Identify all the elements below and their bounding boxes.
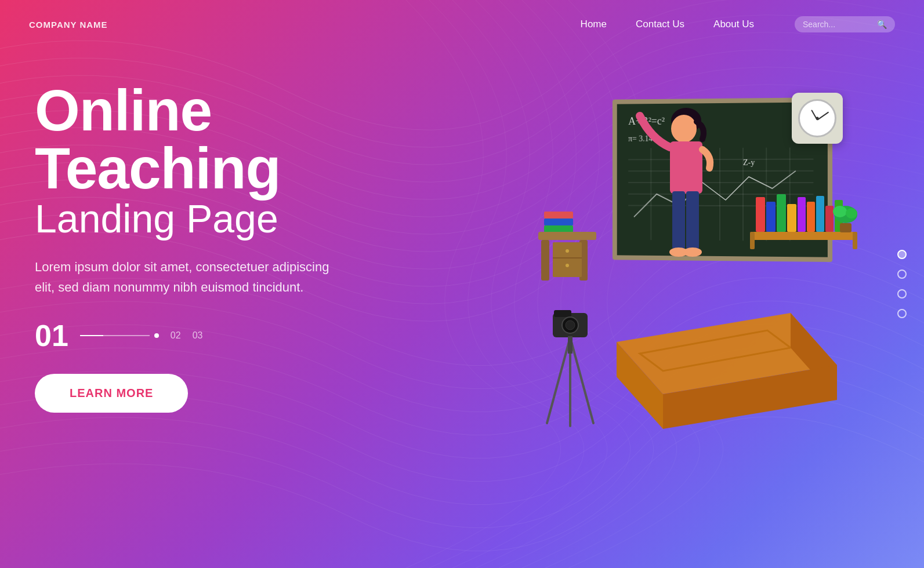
dot-nav-3[interactable] (897, 289, 907, 298)
svg-rect-34 (544, 219, 573, 225)
page-dot (154, 333, 159, 338)
svg-rect-33 (544, 212, 573, 219)
svg-point-14 (671, 115, 697, 143)
svg-point-41 (566, 249, 569, 253)
hero-section: COMPANY NAME Home Contact Us About Us 🔍 … (0, 0, 924, 568)
svg-rect-50 (816, 196, 824, 232)
svg-rect-26 (554, 310, 571, 317)
navbar: COMPANY NAME Home Contact Us About Us 🔍 (0, 0, 924, 49)
svg-rect-36 (538, 232, 596, 240)
camera-tripod (535, 301, 605, 429)
svg-rect-43 (750, 232, 857, 240)
svg-rect-51 (825, 206, 834, 232)
svg-rect-58 (853, 232, 857, 249)
logo: COMPANY NAME (29, 20, 108, 30)
svg-rect-17 (686, 191, 699, 249)
svg-rect-47 (787, 204, 796, 232)
page-02: 02 (171, 330, 181, 341)
learn-more-button[interactable]: LEARN MORE (35, 374, 188, 413)
dot-nav-2[interactable] (897, 270, 907, 279)
search-input[interactable] (803, 20, 872, 29)
pagination-indicator: 01 02 03 (35, 321, 394, 351)
svg-rect-46 (777, 194, 786, 232)
svg-rect-35 (544, 225, 573, 232)
hero-title-main: Online Teaching (35, 81, 394, 197)
hero-title-sub: Landing Page (35, 197, 394, 241)
nav-links: Home Contact Us About Us 🔍 (581, 16, 895, 32)
search-box[interactable]: 🔍 (795, 16, 895, 32)
teacher-figure (634, 104, 738, 301)
svg-rect-37 (541, 240, 549, 281)
svg-line-31 (570, 337, 593, 423)
nav-home[interactable]: Home (581, 19, 607, 30)
svg-rect-53 (840, 223, 851, 232)
page-03: 03 (193, 330, 203, 341)
svg-line-29 (547, 337, 570, 423)
page-current: 01 (35, 321, 68, 351)
svg-point-56 (846, 208, 857, 219)
svg-rect-57 (750, 232, 755, 249)
illustration: A+B²=c² π= 3.14 (425, 46, 889, 522)
clock-face (798, 99, 836, 137)
dots-nav (897, 250, 907, 318)
svg-text:Z-y: Z-y (743, 158, 755, 167)
svg-rect-39 (553, 242, 582, 277)
svg-rect-49 (807, 202, 815, 232)
svg-point-28 (566, 321, 575, 330)
desk (535, 209, 605, 290)
dot-nav-4[interactable] (897, 309, 907, 318)
svg-rect-16 (672, 191, 685, 249)
clock-center (816, 117, 819, 120)
svg-rect-48 (798, 197, 806, 232)
svg-point-19 (683, 247, 702, 257)
hero-description: Lorem ipsum dolor sit amet, consectetuer… (35, 257, 348, 297)
svg-rect-32 (568, 336, 572, 354)
stage-platform (570, 307, 860, 452)
svg-rect-45 (766, 202, 776, 232)
nav-contact[interactable]: Contact Us (636, 19, 684, 30)
search-icon[interactable]: 🔍 (877, 20, 887, 29)
bookshelf (750, 180, 866, 255)
svg-rect-44 (756, 197, 765, 232)
page-progress-bar (80, 335, 150, 336)
svg-point-55 (833, 206, 847, 217)
hero-content: Online Teaching Landing Page Lorem ipsum… (35, 81, 394, 413)
svg-point-42 (566, 264, 569, 267)
page-line (80, 333, 159, 338)
svg-rect-15 (670, 141, 702, 194)
nav-about[interactable]: About Us (713, 19, 754, 30)
dot-nav-1[interactable] (897, 250, 907, 259)
clock (792, 93, 843, 144)
clock-minute-hand (817, 111, 829, 120)
